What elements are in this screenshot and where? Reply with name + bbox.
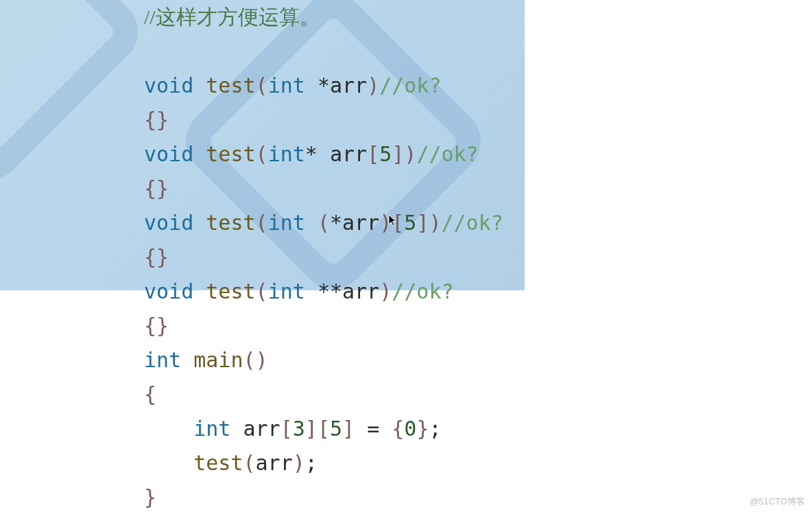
site-watermark: @51CTO博客 — [750, 496, 805, 508]
semicolon: ; — [429, 417, 441, 441]
number-literal: 5 — [404, 211, 416, 235]
bracket-close: ] — [342, 417, 355, 441]
code-block: //这样才方便运算。 void test(int *arr)//ok? {} v… — [0, 0, 812, 512]
keyword-int: int — [268, 73, 305, 97]
bracket-open: [ — [280, 417, 293, 441]
code-comment: //ok? — [379, 73, 441, 97]
bracket-close: ] — [305, 417, 318, 441]
keyword-void: void — [144, 73, 193, 97]
pointer-star: * — [330, 211, 342, 235]
paren-close: ) — [404, 142, 416, 166]
paren-close: ) — [367, 73, 379, 97]
braces-empty: {} — [144, 314, 169, 338]
code-comment: //ok? — [442, 211, 503, 235]
pointer-star: * — [305, 142, 318, 166]
keyword-int: int — [268, 142, 305, 166]
brace-close: } — [416, 417, 429, 441]
braces-empty: {} — [144, 245, 169, 269]
number-literal: 0 — [404, 417, 416, 441]
paren-close: ) — [293, 451, 305, 475]
bracket-close: ] — [416, 211, 429, 235]
bracket-open: [ — [367, 142, 379, 166]
paren-open: ( — [243, 451, 256, 475]
identifier-arr: arr — [342, 211, 379, 235]
function-main: main — [193, 348, 243, 372]
paren-open: ( — [256, 142, 268, 166]
keyword-int: int — [193, 417, 230, 441]
paren-close: ) — [379, 279, 392, 303]
function-name: test — [206, 279, 255, 303]
number-literal: 3 — [293, 417, 305, 441]
paren-open: ( — [256, 279, 268, 303]
braces-empty: {} — [144, 176, 169, 200]
mouse-cursor-icon — [388, 214, 398, 226]
keyword-void: void — [144, 279, 193, 303]
code-editor-viewport: //这样才方便运算。 void test(int *arr)//ok? {} v… — [0, 0, 812, 512]
paren-open: ( — [256, 73, 268, 97]
keyword-int: int — [144, 348, 181, 372]
paren-open: ( — [243, 348, 256, 372]
function-name: test — [206, 142, 255, 166]
function-name: test — [206, 211, 255, 235]
identifier-arr: arr — [342, 279, 379, 303]
paren-close: ) — [256, 348, 268, 372]
identifier-arr: arr — [256, 451, 293, 475]
code-comment: //ok? — [416, 142, 478, 166]
keyword-int: int — [268, 211, 305, 235]
function-name: test — [206, 73, 255, 97]
keyword-void: void — [144, 211, 193, 235]
paren-close: ) — [429, 211, 441, 235]
keyword-int: int — [268, 279, 305, 303]
brace-open: { — [144, 382, 156, 406]
code-comment: //ok? — [392, 279, 453, 303]
number-literal: 5 — [330, 417, 342, 441]
brace-close: } — [144, 485, 156, 509]
identifier-arr: arr — [330, 142, 367, 166]
brace-open: { — [392, 417, 404, 441]
bracket-open: [ — [318, 417, 330, 441]
identifier-arr: arr — [243, 417, 280, 441]
braces-empty: {} — [144, 108, 169, 132]
paren-open: ( — [318, 211, 330, 235]
pointer-star: * — [318, 73, 330, 97]
identifier-arr: arr — [330, 73, 367, 97]
number-literal: 5 — [379, 142, 392, 166]
function-call: test — [193, 451, 243, 475]
pointer-double-star: ** — [318, 279, 342, 303]
bracket-close: ] — [392, 142, 404, 166]
keyword-void: void — [144, 142, 193, 166]
code-comment: //这样才方便运算。 — [144, 5, 320, 28]
paren-open: ( — [256, 211, 268, 235]
operator-assign: = — [367, 417, 379, 441]
semicolon: ; — [305, 451, 318, 475]
